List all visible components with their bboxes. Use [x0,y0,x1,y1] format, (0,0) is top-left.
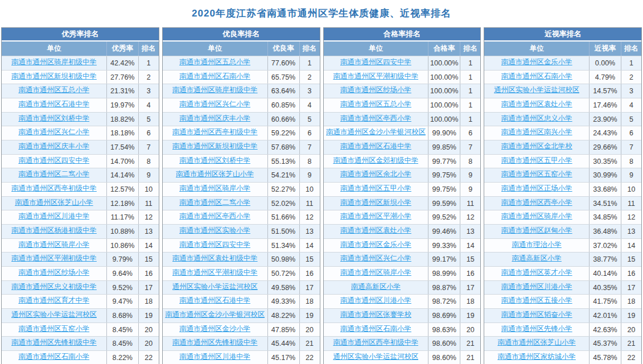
school-link[interactable]: 南通市通州区金乐小学 [340,240,411,250]
school-link[interactable]: 南通市通州区川港中学 [179,352,250,362]
rate-value: 34.85% [589,210,621,224]
school-link[interactable]: 南通市通州区五总小学 [340,100,411,109]
school-link[interactable]: 通州区实验小学运盐河校区 [333,352,418,362]
school-link[interactable]: 南通市通州区五总小学 [18,85,89,95]
school-link[interactable]: 南通市通州区先锋初级中学 [172,338,258,348]
unit-cell: 通州区实验小学运盐河校区 [484,85,589,97]
school-link[interactable]: 南通市通州区石港中学 [179,296,250,305]
school-link[interactable]: 南通市通州区五接小学 [501,296,572,305]
school-link[interactable]: 南通市通州区骑岸小学 [179,184,250,193]
table-row: 南通市通州区平潮初级中学9.79%15 [2,252,159,266]
unit-cell: 南通市通州区新坝初级中学 [2,72,106,83]
school-link[interactable]: 南通市通州区五甲小学 [340,184,411,193]
school-link[interactable]: 南通市通州区袁灶小学 [501,100,572,109]
school-link[interactable]: 南通市通州区四安中学 [340,57,411,67]
school-link[interactable]: 南通市通州区实验小学 [179,226,250,235]
school-link[interactable]: 南通市通州区西亭小学 [501,198,572,208]
school-link[interactable]: 南通市通州区南兴小学 [501,127,572,137]
school-link[interactable]: 南通市通州区新坝初级中学 [172,142,258,151]
school-link[interactable]: 南通市通州区骑岸初级中学 [172,85,258,95]
school-link[interactable]: 南通市通州区骑岸小学 [18,240,89,250]
school-link[interactable]: 南通市通州区纱场小学 [18,268,89,278]
school-link[interactable]: 南通市通州区骑岸小学 [501,212,572,221]
school-link[interactable]: 南通市通州区英才小学 [501,268,572,278]
school-link[interactable]: 南通市通州区庆丰小学 [179,114,250,123]
school-link[interactable]: 南通市通州区余北小学 [340,169,411,179]
school-link[interactable]: 通州区实验小学运盐河校区 [494,85,579,95]
school-link[interactable]: 南通市通州区金沙小学 [179,324,250,334]
school-link[interactable]: 南通市通州区石南小学 [340,324,411,334]
school-link[interactable]: 南通市通州区兴仁小学 [18,127,89,137]
school-link[interactable]: 南通市通州区忠义小学 [501,114,572,123]
school-link[interactable]: 南通市通州区庆丰小学 [18,142,89,151]
school-link[interactable]: 南通市通州区金沙小学银河校区 [326,127,426,137]
school-link[interactable]: 南通市通州区平潮初级中学 [333,72,418,81]
school-link[interactable]: 南通市通州区新坝小学 [340,198,411,208]
school-link[interactable]: 南通市通州区纱场小学 [340,85,411,95]
unit-cell: 南通市通州区家纺城小学 [484,352,589,363]
school-link[interactable]: 南通市通州区石港中学 [340,142,411,151]
school-link[interactable]: 南通市通州区四安中学 [18,156,89,166]
rank-value: 12 [138,210,159,224]
school-link[interactable]: 南通市通州区五总小学 [179,57,250,67]
school-link[interactable]: 南通市通州区韬奋小学 [501,310,572,320]
school-link[interactable]: 南通市通州区骑岸小学 [340,268,411,278]
school-link[interactable]: 南通市通州区赵甸小学 [501,226,572,235]
school-link[interactable]: 南通市通州区杨港初级中学 [11,226,97,235]
school-link[interactable]: 南通高新区小学 [512,254,562,263]
school-link[interactable]: 南通市通州区五窑小学 [501,169,572,179]
school-link[interactable]: 南通市通州区金沙小学银河校区 [165,310,265,320]
school-link[interactable]: 通州区实验小学运盐河校区 [172,282,258,292]
school-link[interactable]: 南通市通州区张芝山小学 [15,198,93,208]
school-link[interactable]: 南通市通州区金北学校 [501,142,572,151]
school-link[interactable]: 南通市通州区川港中学 [18,212,89,221]
school-link[interactable]: 南通市通州区西亭初级中学 [172,127,258,137]
column-header-rate: 合格率 [428,42,460,56]
school-link[interactable]: 南通市理治小学 [512,240,562,250]
school-link[interactable]: 南通市通州区忠义初级中学 [11,282,97,292]
school-link[interactable]: 南通市通州区袁灶初级中学 [172,254,258,263]
school-link[interactable]: 南通市通州区平潮初级中学 [11,254,97,263]
school-link[interactable]: 南通市通州区正场小学 [501,184,572,193]
school-link[interactable]: 南通市通州区先锋小学 [501,324,572,334]
school-link[interactable]: 南通高新区小学 [351,282,401,292]
school-link[interactable]: 南通市通州区五窑小学 [18,324,89,334]
school-link[interactable]: 通州区实验小学运盐河校区 [11,310,97,320]
school-link[interactable]: 南通市通州区亭西小学 [179,212,250,221]
school-link[interactable]: 南通市通州区平潮初级中学 [172,268,258,278]
school-link[interactable]: 南通市通州区育才中学 [18,296,89,305]
school-link[interactable]: 南通市通州区川港小学 [501,282,572,292]
school-link[interactable]: 南通市通州区家纺城小学 [497,352,576,362]
rank-value: 1 [460,113,480,126]
school-link[interactable]: 南通市通州区石港中学 [18,100,89,109]
school-link[interactable]: 南通市通州区石南小学 [179,72,250,81]
school-link[interactable]: 南通市通州区先锋初级中学 [11,338,97,348]
school-link[interactable]: 南通市通州区骑岸初级中学 [11,57,97,67]
school-link[interactable]: 南通市通州区兴仁小学 [340,254,411,263]
school-link[interactable]: 南通市通州区金郊初级中学 [333,156,418,166]
rank-value: 10 [299,183,320,196]
school-link[interactable]: 南通市通州区张芝山小学 [497,338,576,348]
school-link[interactable]: 南通市通州区五甲小学 [501,156,572,166]
school-link[interactable]: 南通市通州区亭西小学 [340,114,411,123]
unit-cell: 南通市通州区五甲小学 [324,184,428,195]
school-link[interactable]: 南通市通州区西亭初级中学 [11,184,97,193]
school-link[interactable]: 南通市通州区金乐小学 [501,57,572,67]
school-link[interactable]: 南通市通州区石南小学 [18,352,89,362]
column-header-unit: 单位 [484,44,589,53]
school-link[interactable]: 南通市通州区西亭初级中学 [333,338,418,348]
table-row: 南通市通州区四安中学51.34%14 [163,238,320,253]
school-link[interactable]: 南通市通州区二窎小学 [18,169,89,179]
school-link[interactable]: 南通市通州区川港小学 [340,296,411,305]
school-link[interactable]: 南通市通州区四安中学 [179,240,250,250]
school-link[interactable]: 南通市通州区刘桥中学 [179,156,250,166]
school-link[interactable]: 南通市通州区袁灶小学 [340,226,411,235]
school-link[interactable]: 南通市通州区新坝初级中学 [11,72,97,81]
school-link[interactable]: 南通市通州区平潮小学 [340,212,411,221]
school-link[interactable]: 南通市通州区张芝山小学 [176,169,254,179]
school-link[interactable]: 南通市通州区石南小学 [501,72,572,81]
school-link[interactable]: 南通市通州区张謇学校 [340,310,411,320]
school-link[interactable]: 南通市通州区刘桥中学 [18,114,89,123]
school-link[interactable]: 南通市通州区二窎小学 [179,198,250,208]
school-link[interactable]: 南通市通州区兴仁小学 [179,100,250,109]
